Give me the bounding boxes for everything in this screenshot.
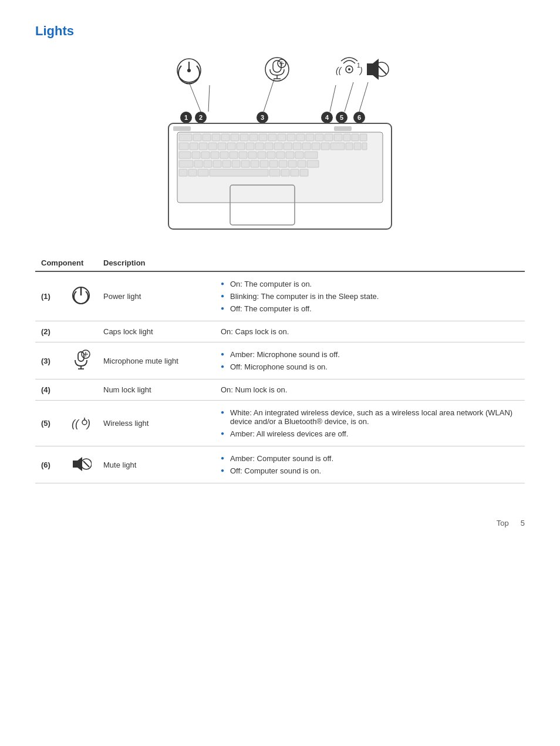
svg-rect-55	[343, 134, 350, 141]
svg-rect-85	[248, 152, 257, 159]
svg-rect-83	[230, 152, 238, 159]
svg-rect-77	[362, 143, 367, 150]
svg-rect-72	[312, 143, 320, 150]
svg-rect-79	[192, 152, 200, 159]
svg-rect-65	[246, 143, 254, 150]
svg-rect-41	[212, 134, 220, 141]
svg-rect-81	[211, 152, 219, 159]
table-row: (4)Num lock lightOn: Num lock is on.	[35, 379, 525, 401]
svg-rect-76	[354, 143, 361, 150]
row-description: Amber: Computer sound is off.Off: Comput…	[215, 446, 525, 483]
svg-line-131	[83, 461, 89, 467]
svg-rect-84	[239, 152, 247, 159]
svg-text:6: 6	[357, 114, 361, 121]
svg-rect-98	[241, 160, 249, 167]
row-name: Wireless light	[97, 401, 215, 446]
svg-rect-47	[268, 134, 276, 141]
svg-rect-46	[259, 134, 267, 141]
bullet-item: Amber: Microphone sound is off.	[221, 348, 519, 361]
svg-rect-48	[278, 134, 286, 141]
svg-rect-43	[231, 134, 239, 141]
footer-page: 5	[521, 519, 525, 527]
svg-line-3	[330, 85, 336, 112]
row-name: Caps lock light	[97, 321, 215, 342]
svg-rect-96	[222, 160, 231, 167]
svg-rect-100	[260, 160, 268, 167]
svg-rect-119	[78, 352, 84, 361]
svg-rect-90	[295, 152, 303, 159]
svg-point-8	[187, 69, 191, 72]
svg-rect-86	[258, 152, 266, 159]
keyboard-diagram-container: (( 1 ) 1 2 3 4 5 6	[35, 53, 525, 241]
row-id: (2)	[35, 321, 65, 342]
keyboard-diagram: (( 1 ) 1 2 3 4 5 6	[133, 53, 427, 241]
svg-rect-71	[302, 143, 311, 150]
row-icon	[65, 342, 97, 379]
bullet-item: Blinking: The computer is in the Sleep s…	[221, 290, 519, 303]
svg-rect-57	[360, 134, 367, 141]
svg-rect-59	[190, 143, 198, 150]
svg-rect-80	[201, 152, 210, 159]
svg-rect-66	[255, 143, 264, 150]
row-id: (3)	[35, 342, 65, 379]
svg-rect-39	[193, 134, 201, 141]
svg-rect-92	[179, 160, 193, 167]
svg-text:2: 2	[199, 114, 203, 121]
svg-text:3: 3	[261, 114, 264, 121]
svg-rect-42	[221, 134, 230, 141]
svg-rect-110	[269, 169, 280, 176]
svg-rect-75	[346, 143, 353, 150]
svg-rect-67	[265, 143, 273, 150]
table-row: (1)Power lightOn: The computer is on.Bli…	[35, 271, 525, 321]
lights-table: Component Description (1)Power lightOn: …	[35, 255, 525, 483]
svg-rect-40	[203, 134, 211, 141]
svg-rect-88	[276, 152, 285, 159]
svg-rect-116	[334, 126, 352, 131]
svg-rect-38	[179, 134, 192, 141]
svg-rect-63	[227, 143, 235, 150]
svg-line-0	[189, 82, 201, 112]
svg-text:((: ((	[336, 66, 342, 75]
svg-text:): )	[86, 418, 90, 429]
table-row: (2)Caps lock lightOn: Caps lock is on.	[35, 321, 525, 342]
bullet-item: Amber: All wireless devices are off.	[221, 428, 519, 440]
row-id: (6)	[35, 446, 65, 483]
svg-rect-113	[300, 169, 308, 176]
col-header-component: Component	[35, 255, 97, 271]
page-title: Lights	[35, 23, 525, 39]
svg-rect-111	[281, 169, 289, 176]
svg-rect-112	[291, 169, 299, 176]
svg-rect-94	[204, 160, 212, 167]
svg-rect-60	[199, 143, 207, 150]
svg-rect-104	[298, 160, 306, 167]
bullet-item: Amber: Computer sound is off.	[221, 452, 519, 465]
row-id: (5)	[35, 401, 65, 446]
bullet-item: Off: Microphone sound is on.	[221, 361, 519, 373]
svg-rect-106	[179, 169, 187, 176]
svg-point-17	[348, 68, 350, 70]
svg-rect-53	[325, 134, 333, 141]
svg-text:5: 5	[340, 114, 343, 121]
svg-rect-58	[179, 143, 188, 150]
svg-rect-51	[306, 134, 314, 141]
svg-line-5	[359, 82, 368, 112]
row-name: Num lock light	[97, 379, 215, 401]
svg-rect-64	[237, 143, 245, 150]
row-icon	[65, 271, 97, 321]
bullet-item: Off: The computer is off.	[221, 303, 519, 315]
svg-rect-108	[198, 169, 208, 176]
svg-rect-115	[173, 126, 191, 131]
bullet-item: Off: Computer sound is on.	[221, 465, 519, 477]
row-name: Mute light	[97, 446, 215, 483]
svg-rect-52	[315, 134, 323, 141]
svg-rect-62	[218, 143, 226, 150]
svg-rect-74	[330, 143, 345, 150]
row-description: On: Num lock is on.	[215, 379, 525, 401]
svg-text:1: 1	[184, 114, 188, 121]
svg-rect-101	[269, 160, 278, 167]
col-header-description: Description	[97, 255, 215, 271]
table-row: (5)(()Wireless lightWhite: An integrated…	[35, 401, 525, 446]
table-row: (6)Mute lightAmber: Computer sound is of…	[35, 446, 525, 483]
row-icon	[65, 446, 97, 483]
svg-rect-87	[267, 152, 275, 159]
